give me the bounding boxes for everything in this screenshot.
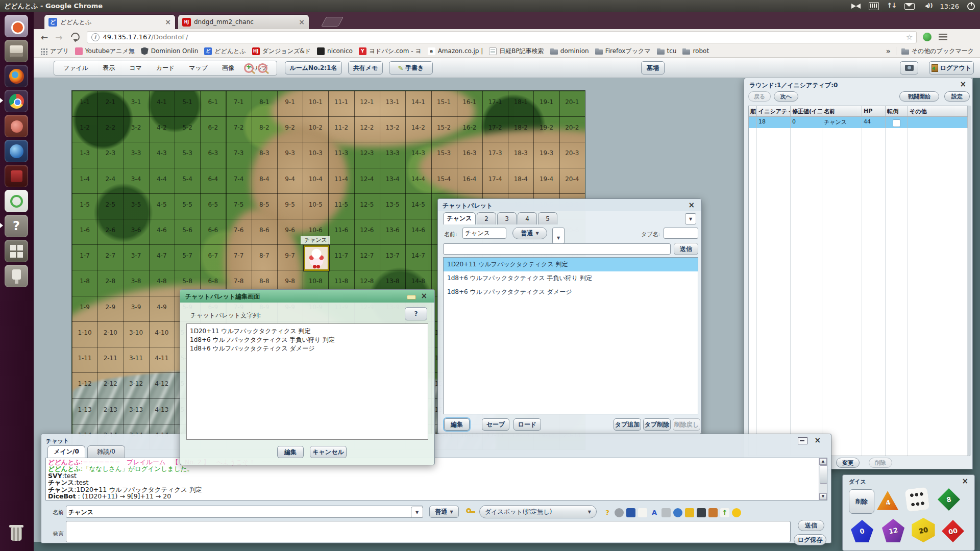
chat-name-dropdown-icon[interactable]: ▼ — [411, 507, 423, 518]
menu-画像[interactable]: 画像 — [215, 64, 241, 72]
font-icon[interactable]: A — [650, 508, 659, 517]
bookmark-item[interactable]: robot — [682, 47, 709, 55]
scroll-up-icon[interactable]: ▲ — [819, 458, 827, 465]
voice-select[interactable]: 普通▼ — [512, 227, 547, 239]
editor-cancel-button[interactable]: キャンセル — [310, 446, 347, 458]
palette-command-item[interactable]: 1D20+11 ウルフパックタクティクス 判定 — [444, 258, 698, 271]
die-d6-icon[interactable] — [904, 487, 929, 512]
character-token[interactable] — [304, 245, 329, 271]
power-icon[interactable] — [967, 3, 975, 10]
palette-edit-button[interactable]: 編集 — [444, 418, 470, 431]
avatar-icon[interactable] — [673, 508, 682, 517]
reload-icon[interactable] — [69, 31, 81, 43]
palette-command-list[interactable]: 1D20+11 ウルフパックタクティクス 判定1d8+6 ウルフパックタクティク… — [443, 257, 698, 414]
bookmark-item[interactable]: Yヨドバシ.com - ヨ — [359, 47, 422, 56]
editor-edit-button[interactable]: 編集 — [277, 446, 304, 458]
url-bar[interactable]: i 49.135.17.167/DodontoF/ ☆ — [87, 31, 917, 43]
scroll-thumb[interactable] — [820, 465, 827, 484]
die-d4-icon[interactable]: 4 — [876, 490, 899, 511]
memo-icon[interactable] — [638, 508, 647, 517]
logout-button[interactable]: ログアウト — [929, 61, 974, 74]
new-tab-button[interactable] — [321, 17, 344, 27]
close-icon[interactable]: × — [962, 478, 968, 485]
zoom-out-icon[interactable]: − — [258, 63, 267, 73]
extension-icon[interactable] — [923, 33, 932, 41]
launcher-workspaces-icon[interactable] — [5, 240, 28, 262]
palette-load-button[interactable]: ロード — [513, 418, 541, 431]
menu-カード[interactable]: カード — [149, 64, 182, 72]
other-bookmarks[interactable]: その他のブックマーク — [901, 47, 974, 56]
launcher-help-icon[interactable]: ? — [5, 215, 28, 237]
palette-message-input[interactable] — [443, 243, 671, 255]
movie-icon[interactable] — [697, 508, 706, 517]
dicebot-select[interactable]: ダイスボット(指定無し)▼ — [479, 505, 597, 518]
die-d10-icon[interactable]: 0 — [851, 520, 873, 542]
user-edit-icon[interactable] — [708, 508, 718, 517]
start-battle-button[interactable]: 戦闘開始 — [899, 91, 939, 102]
bell-icon[interactable] — [685, 508, 694, 517]
palette-save-button[interactable]: セーブ — [482, 418, 509, 431]
die-d100-icon[interactable]: 00 — [942, 520, 964, 542]
scroll-down-icon[interactable]: ▼ — [819, 493, 827, 500]
die-d20-icon[interactable]: 20 — [911, 518, 936, 542]
palette-tab-2[interactable]: 2 — [477, 212, 496, 224]
chat-scrollbar[interactable]: ▲ ▼ — [819, 458, 827, 500]
browser-tab[interactable]: HJdndgd_mm2_chanc× — [178, 14, 309, 29]
bookmark-item[interactable]: niconico — [317, 47, 353, 55]
palette-tab-5[interactable]: 5 — [538, 212, 557, 224]
palette-command-item[interactable]: 1d8+6 ウルフパックタクティクス ダメージ — [444, 285, 698, 299]
chat-send-button[interactable]: 送信 — [798, 520, 824, 531]
key-icon[interactable] — [466, 508, 471, 513]
launcher-media-icon[interactable] — [5, 165, 28, 187]
launcher-usb-icon[interactable] — [5, 265, 28, 287]
bookmark-item[interactable]: HJダンジョンズ&ド — [252, 47, 311, 56]
launcher-chrome-icon[interactable] — [5, 90, 28, 112]
delete-button[interactable]: 削除 — [869, 458, 892, 468]
handwriting-button[interactable]: ✎手書き — [389, 61, 433, 74]
launcher-software-icon[interactable] — [5, 115, 28, 137]
book-icon[interactable] — [626, 508, 635, 517]
tabname-input[interactable] — [664, 228, 698, 239]
bookmark-item[interactable]: aAmazon.co.jp | — [428, 47, 483, 55]
smiley-icon[interactable] — [732, 508, 741, 517]
info-icon[interactable]: i — [91, 33, 100, 41]
gear-icon[interactable] — [615, 508, 624, 517]
die-d12-icon[interactable]: 12 — [881, 519, 905, 542]
chat-log[interactable]: どどんとふ:======= プレイルーム 【 No. 2 】 へようこそ！ ==… — [45, 458, 827, 500]
palette-send-button[interactable]: 送信 — [674, 243, 698, 255]
menu-表示[interactable]: 表示 — [95, 64, 122, 72]
palette-tab-チャンス[interactable]: チャンス — [443, 212, 476, 224]
browser-tab[interactable]: どどどんとふ× — [44, 14, 176, 29]
menu-コマ[interactable]: コマ — [122, 64, 149, 72]
launcher-firefox-icon[interactable] — [5, 65, 28, 87]
chat-tab-メイン/0[interactable]: メイン/0 — [47, 445, 85, 458]
close-icon[interactable]: × — [960, 81, 966, 88]
menu-マップ[interactable]: マップ — [182, 64, 215, 72]
back-icon[interactable]: ← — [41, 32, 48, 42]
bookmark-item[interactable]: Dominion Onlin — [141, 47, 199, 55]
minimize-icon[interactable] — [798, 437, 807, 444]
palette-editor-textarea[interactable]: 1D20+11 ウルフパックタクティクス 判定 1d8+6 ウルフパックタクティ… — [186, 323, 428, 440]
bookmark-item[interactable]: どどどんとふ — [204, 47, 246, 56]
palette-tab-3[interactable]: 3 — [497, 212, 517, 224]
initiative-table-row[interactable]: 180チャンス44 — [748, 116, 970, 129]
forward-icon[interactable]: → — [55, 32, 62, 42]
initiative-scrollbar[interactable] — [968, 106, 971, 456]
tab-add-button[interactable]: タブ追加 — [614, 418, 641, 431]
bookmarks-overflow-icon[interactable]: » — [886, 47, 891, 55]
shared-memo-button[interactable]: 共有メモ — [348, 61, 383, 74]
color-picker[interactable]: ▼ — [552, 228, 565, 244]
launcher-dash-icon[interactable] — [5, 15, 28, 37]
initiative-next-button[interactable]: 次へ — [774, 91, 798, 102]
sound-icon[interactable] — [662, 508, 671, 517]
launcher-trash-icon[interactable] — [5, 521, 28, 544]
close-icon[interactable]: × — [688, 202, 695, 209]
bookmark-item[interactable]: 日経BP記事検索 — [489, 47, 544, 56]
palette-tab-dropdown[interactable]: ▼ — [685, 213, 696, 224]
bookmark-item[interactable]: Youtubeアニメ無 — [75, 47, 135, 56]
bookmark-item[interactable]: tcu — [657, 47, 677, 55]
screenshot-button[interactable] — [900, 61, 918, 74]
browser-menu-icon[interactable] — [939, 34, 947, 40]
change-button[interactable]: 変更 — [836, 458, 860, 468]
chat-name-select[interactable]: チャンス — [66, 506, 423, 518]
